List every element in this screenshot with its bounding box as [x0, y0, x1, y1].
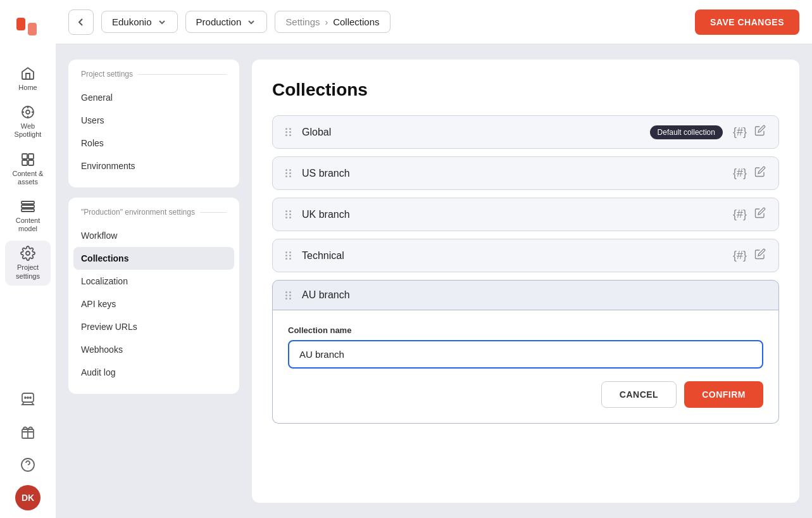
collection-actions-technical: {#}: [733, 248, 766, 263]
right-panel: Collections Global Default collection {#…: [252, 60, 799, 503]
collection-name-uk: UK branch: [302, 209, 723, 220]
nav-item-localization[interactable]: Localization: [68, 270, 239, 293]
collection-row-us: US branch {#}: [272, 156, 779, 190]
nav-item-environments[interactable]: Environments: [68, 155, 239, 177]
breadcrumb-chevron: ›: [325, 17, 328, 27]
collection-row-technical: Technical {#}: [272, 239, 779, 272]
svg-rect-10: [22, 209, 34, 212]
sidebar-item-content-model[interactable]: Content model: [5, 194, 51, 238]
nav-item-webhooks[interactable]: Webhooks: [68, 338, 239, 361]
sidebar-item-project-settings-label: Project settings: [8, 263, 48, 280]
drag-handle-uk[interactable]: [285, 210, 292, 218]
drag-handle-au[interactable]: [285, 291, 292, 300]
env-settings-section-title: "Production" environment settings: [68, 208, 239, 224]
svg-rect-5: [28, 154, 34, 159]
sidebar-item-content-assets-label: Content & assets: [8, 170, 48, 186]
svg-rect-8: [22, 201, 34, 204]
collection-row-global: Global Default collection {#}: [272, 115, 779, 149]
svg-rect-1: [28, 23, 37, 35]
breadcrumb-collections: Collections: [333, 16, 379, 27]
gift-button[interactable]: [15, 419, 41, 445]
svg-rect-7: [28, 160, 34, 165]
svg-point-11: [26, 251, 30, 255]
app-logo[interactable]: [9, 8, 47, 48]
drag-handle-global[interactable]: [285, 128, 292, 136]
hash-icon-global[interactable]: {#}: [733, 125, 747, 139]
sidebar-item-content-assets[interactable]: Content & assets: [5, 147, 51, 191]
svg-point-15: [30, 397, 31, 398]
collection-name-global: Global: [302, 127, 640, 138]
env-settings-section: "Production" environment settings Workfl…: [68, 198, 239, 394]
edit-icon-technical[interactable]: [754, 248, 766, 263]
nav-item-workflow[interactable]: Workflow: [68, 224, 239, 247]
support-chat-button[interactable]: [15, 386, 41, 412]
svg-point-3: [26, 110, 30, 114]
sidebar-item-home-label: Home: [18, 84, 37, 92]
org-selector[interactable]: Edukonio: [101, 11, 178, 33]
edit-icon-uk[interactable]: [754, 207, 766, 222]
collection-row-uk: UK branch {#}: [272, 198, 779, 231]
sidebar-item-project-settings[interactable]: Project settings: [5, 241, 51, 285]
edit-icon-us[interactable]: [754, 166, 766, 180]
hash-icon-technical[interactable]: {#}: [733, 249, 747, 262]
svg-point-13: [25, 397, 26, 398]
back-button[interactable]: [68, 9, 94, 35]
nav-item-general[interactable]: General: [68, 86, 239, 109]
sidebar-item-home[interactable]: Home: [5, 61, 51, 97]
collection-row-au: AU branch: [272, 280, 779, 310]
hash-icon-us[interactable]: {#}: [733, 167, 747, 180]
sidebar: Home Web Spotlight Content & assets Cont…: [0, 0, 56, 518]
collection-name-technical: Technical: [302, 250, 723, 262]
svg-rect-4: [22, 154, 27, 159]
content-area: Project settings General Users Roles Env…: [56, 44, 812, 518]
confirm-button[interactable]: CONFIRM: [684, 381, 763, 408]
collection-name-au: AU branch: [302, 289, 766, 301]
nav-item-preview-urls[interactable]: Preview URLs: [68, 315, 239, 338]
svg-point-18: [28, 468, 28, 469]
sidebar-item-content-model-label: Content model: [8, 217, 48, 233]
org-name: Edukonio: [112, 16, 152, 27]
collections-page-title: Collections: [272, 80, 779, 100]
collection-actions-global: {#}: [733, 125, 766, 139]
nav-item-audit-log[interactable]: Audit log: [68, 361, 239, 384]
edit-icon-global[interactable]: [754, 125, 766, 139]
svg-rect-0: [16, 18, 25, 30]
drag-handle-technical[interactable]: [285, 251, 292, 260]
save-changes-button[interactable]: SAVE CHANGES: [695, 9, 799, 35]
svg-rect-6: [22, 160, 27, 165]
sidebar-bottom: DK: [15, 386, 41, 510]
collection-edit-form: Collection name CANCEL CONFIRM: [272, 310, 779, 424]
collection-name-input[interactable]: [288, 340, 763, 369]
main-area: Edukonio Production Settings › Collectio…: [56, 0, 812, 518]
collection-actions-uk: {#}: [733, 207, 766, 222]
collection-name-field-label: Collection name: [288, 325, 763, 335]
svg-rect-9: [22, 205, 34, 208]
sidebar-item-web-spotlight[interactable]: Web Spotlight: [5, 99, 51, 144]
project-settings-section-title: Project settings: [68, 70, 239, 86]
svg-point-14: [27, 397, 28, 398]
hash-icon-uk[interactable]: {#}: [733, 208, 747, 221]
sidebar-item-spotlight-label: Web Spotlight: [8, 122, 48, 139]
topbar: Edukonio Production Settings › Collectio…: [56, 0, 812, 44]
nav-item-collections[interactable]: Collections: [73, 247, 234, 270]
env-selector[interactable]: Production: [185, 11, 268, 33]
nav-item-api-keys[interactable]: API keys: [68, 293, 239, 315]
env-name: Production: [196, 16, 242, 27]
help-button[interactable]: [15, 452, 41, 477]
left-panel: Project settings General Users Roles Env…: [68, 60, 239, 503]
nav-item-users[interactable]: Users: [68, 109, 239, 132]
breadcrumb-path: Settings › Collections: [275, 11, 390, 33]
default-badge-global: Default collection: [650, 125, 723, 139]
collection-actions-us: {#}: [733, 166, 766, 180]
user-avatar[interactable]: DK: [15, 485, 41, 510]
breadcrumb-settings[interactable]: Settings: [285, 16, 320, 27]
drag-handle-us[interactable]: [285, 169, 292, 177]
collection-name-us: US branch: [302, 168, 723, 179]
cancel-button[interactable]: CANCEL: [601, 381, 677, 408]
project-settings-section: Project settings General Users Roles Env…: [68, 60, 239, 187]
nav-item-roles[interactable]: Roles: [68, 132, 239, 155]
edit-form-actions: CANCEL CONFIRM: [288, 381, 763, 408]
